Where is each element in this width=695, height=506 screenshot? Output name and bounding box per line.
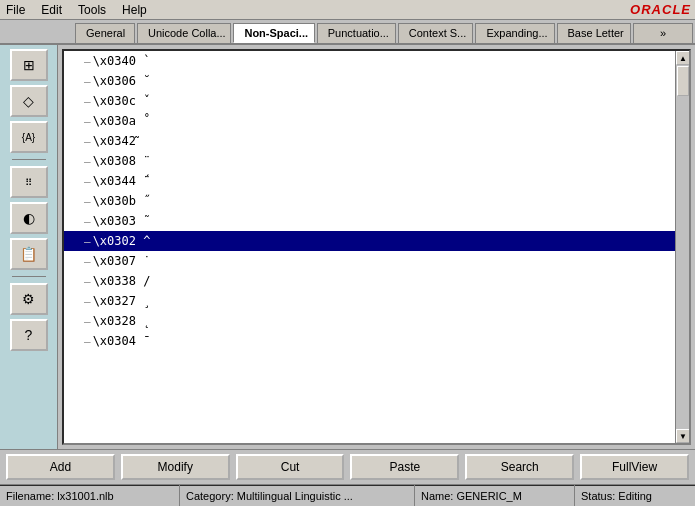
list-item-code: \x030b ˝	[93, 194, 151, 208]
list-item[interactable]: —\x0302 ^	[64, 231, 675, 251]
list-container[interactable]: —\x0340 `—\x0306 ˘—\x030c ˇ—\x030a ˚—\x0…	[64, 51, 675, 443]
list-item-code: \x0303 ˜	[93, 214, 151, 228]
format-icon: {A}	[22, 132, 35, 143]
sidebar-btn-clipboard[interactable]: 📋	[10, 238, 48, 270]
list-item[interactable]: —\x0338 /	[64, 271, 675, 291]
list-item-prefix: —	[84, 255, 91, 268]
list-item-prefix: —	[84, 295, 91, 308]
list-item[interactable]: —\x030b ˝	[64, 191, 675, 211]
list-item-prefix: —	[84, 115, 91, 128]
list-item-code: \x030a ˚	[93, 114, 151, 128]
cut-button[interactable]: Cut	[236, 454, 345, 480]
tab-punctuation[interactable]: Punctuatio...	[317, 23, 396, 43]
menu-help[interactable]: Help	[120, 3, 149, 17]
list-item-code: \x0306 ˘	[93, 74, 151, 88]
list-item-prefix: —	[84, 75, 91, 88]
list-item[interactable]: —\x0306 ˘	[64, 71, 675, 91]
list-item-code: \x0338 /	[93, 274, 151, 288]
paste-button[interactable]: Paste	[350, 454, 459, 480]
sidebar-btn-format[interactable]: {A}	[10, 121, 48, 153]
list-item[interactable]: —\x0308 ¨	[64, 151, 675, 171]
fullview-button[interactable]: FullView	[580, 454, 689, 480]
content-panel: —\x0340 `—\x0306 ˘—\x030c ˇ—\x030a ˚—\x0…	[62, 49, 691, 445]
list-item[interactable]: —\x0342 ͂	[64, 131, 675, 151]
clipboard-icon: 📋	[20, 246, 37, 262]
grid-icon: ⊞	[23, 57, 35, 73]
list-item-prefix: —	[84, 215, 91, 228]
search-button[interactable]: Search	[465, 454, 574, 480]
list-item[interactable]: —\x0328 ˛	[64, 311, 675, 331]
list-item[interactable]: —\x0303 ˜	[64, 211, 675, 231]
tab-more[interactable]: »	[633, 23, 693, 43]
menu-edit[interactable]: Edit	[39, 3, 64, 17]
main-area: ⊞ ◇ {A} ⠿ ◐ 📋 ⚙ ? —\x0340 `—\x0306 ˘—\x0…	[0, 45, 695, 449]
list-item[interactable]: —\x0304 ¯	[64, 331, 675, 351]
modify-button[interactable]: Modify	[121, 454, 230, 480]
circle-icon: ◐	[23, 210, 35, 226]
menu-file[interactable]: File	[4, 3, 27, 17]
sidebar-btn-grid[interactable]: ⊞	[10, 49, 48, 81]
scroll-thumb[interactable]	[677, 66, 689, 96]
list-item-code: \x0342 ͂	[93, 134, 140, 148]
status-filename: Filename: lx31001.nlb	[0, 485, 180, 506]
list-item-prefix: —	[84, 175, 91, 188]
list-item-prefix: —	[84, 235, 91, 248]
list-item-code: \x0307 ˙	[93, 254, 151, 268]
menu-bar: File Edit Tools Help ORACLE	[0, 0, 695, 20]
help-icon: ?	[25, 327, 33, 343]
scroll-down-btn[interactable]: ▼	[676, 429, 690, 443]
list-item[interactable]: —\x030c ˇ	[64, 91, 675, 111]
list-item[interactable]: —\x0344 ̈́	[64, 171, 675, 191]
list-item[interactable]: —\x030a ˚	[64, 111, 675, 131]
dots-icon: ⠿	[25, 177, 32, 188]
list-item-code: \x0327 ¸	[93, 294, 151, 308]
list-item-prefix: —	[84, 55, 91, 68]
status-editing: Status: Editing	[575, 485, 695, 506]
list-item-code: \x0308 ¨	[93, 154, 151, 168]
button-bar: Add Modify Cut Paste Search FullView	[0, 449, 695, 484]
list-item-code: \x030c ˇ	[93, 94, 151, 108]
diamond-icon: ◇	[23, 93, 34, 109]
tab-context[interactable]: Context S...	[398, 23, 474, 43]
status-category: Category: Multilingual Linguistic ...	[180, 485, 415, 506]
list-item-code: \x0304 ¯	[93, 334, 151, 348]
scroll-up-btn[interactable]: ▲	[676, 51, 690, 65]
list-item-code: \x0340 `	[93, 54, 151, 68]
tab-general[interactable]: General	[75, 23, 135, 43]
menu-tools[interactable]: Tools	[76, 3, 108, 17]
tabs-row: General Unicode Colla... Non-Spaci... Pu…	[0, 20, 695, 45]
scrollbar[interactable]: ▲ ▼	[675, 51, 689, 443]
scroll-track[interactable]	[676, 65, 689, 429]
oracle-logo: ORACLE	[630, 2, 691, 17]
menu-items: File Edit Tools Help	[4, 3, 149, 17]
status-bar: Filename: lx31001.nlb Category: Multilin…	[0, 484, 695, 506]
tab-unicode-colla[interactable]: Unicode Colla...	[137, 23, 231, 43]
list-item-prefix: —	[84, 335, 91, 348]
sidebar-btn-diamond[interactable]: ◇	[10, 85, 48, 117]
list-item[interactable]: —\x0340 `	[64, 51, 675, 71]
list-item-prefix: —	[84, 95, 91, 108]
list-item-prefix: —	[84, 195, 91, 208]
sidebar-btn-help[interactable]: ?	[10, 319, 48, 351]
list-item-prefix: —	[84, 275, 91, 288]
sidebar: ⊞ ◇ {A} ⠿ ◐ 📋 ⚙ ?	[0, 45, 58, 449]
sidebar-btn-dots[interactable]: ⠿	[10, 166, 48, 198]
list-item[interactable]: —\x0307 ˙	[64, 251, 675, 271]
status-name: Name: GENERIC_M	[415, 485, 575, 506]
sidebar-btn-circle[interactable]: ◐	[10, 202, 48, 234]
sidebar-divider-2	[12, 276, 46, 277]
sidebar-btn-settings[interactable]: ⚙	[10, 283, 48, 315]
tab-base-letter[interactable]: Base Letter	[557, 23, 632, 43]
list-item[interactable]: —\x0327 ¸	[64, 291, 675, 311]
list-item-prefix: —	[84, 315, 91, 328]
sidebar-divider-1	[12, 159, 46, 160]
list-item-code: \x0328 ˛	[93, 314, 151, 328]
add-button[interactable]: Add	[6, 454, 115, 480]
list-item-code: \x0302 ^	[93, 234, 151, 248]
tab-expanding[interactable]: Expanding...	[475, 23, 554, 43]
tab-non-spacing[interactable]: Non-Spaci...	[233, 23, 314, 43]
settings-icon: ⚙	[22, 291, 35, 307]
list-item-code: \x0344 ̈́	[93, 174, 144, 188]
list-item-prefix: —	[84, 155, 91, 168]
list-item-prefix: —	[84, 135, 91, 148]
